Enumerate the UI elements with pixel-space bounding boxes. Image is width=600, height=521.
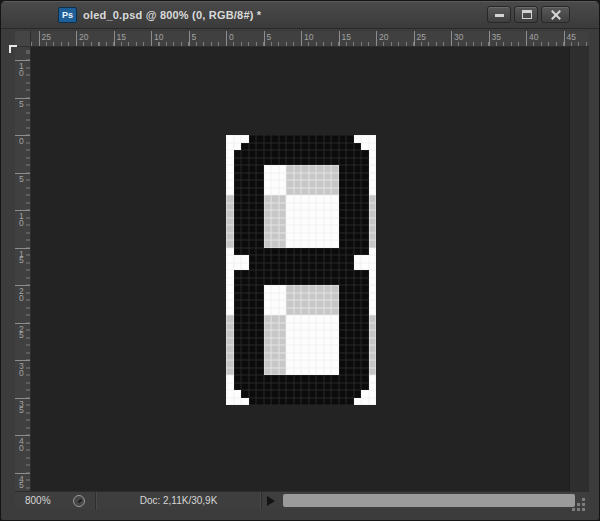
ruler-label: 25 — [42, 32, 51, 42]
pixel-canvas[interactable] — [226, 135, 376, 405]
pixel-cell — [264, 180, 272, 188]
pixel-cell — [256, 315, 264, 323]
pixel-cell — [286, 308, 294, 316]
pixel-cell — [301, 285, 309, 293]
pixel-cell — [301, 195, 309, 203]
pixel-cell — [301, 225, 309, 233]
pixel-cell — [331, 270, 339, 278]
pixel-cell — [331, 398, 339, 406]
minimize-icon — [495, 14, 504, 17]
pixel-cell — [324, 248, 332, 256]
pixel-cell — [339, 315, 347, 323]
maximize-button[interactable] — [514, 6, 538, 23]
pixel-cell — [294, 300, 302, 308]
pixel-cell — [294, 188, 302, 196]
document-size-panel[interactable]: Doc: 2,11K/30,9K — [95, 492, 262, 510]
pixel-cell — [324, 323, 332, 331]
pixel-cell — [256, 210, 264, 218]
pixel-cell — [264, 173, 272, 181]
vertical-ruler[interactable]: 105051015202530354045 — [15, 47, 31, 491]
pixel-cell — [316, 255, 324, 263]
pixel-cell — [369, 308, 377, 316]
pixel-cell — [294, 165, 302, 173]
pixel-cell — [346, 293, 354, 301]
ruler-label: 0 — [229, 32, 234, 42]
pixel-cell — [316, 173, 324, 181]
pixel-cell — [361, 150, 369, 158]
pixel-cell — [354, 315, 362, 323]
zoom-level-field[interactable]: 800% — [25, 492, 51, 510]
pixel-cell — [279, 225, 287, 233]
pixel-cell — [249, 353, 257, 361]
pixel-cell — [249, 360, 257, 368]
pixel-cell — [279, 368, 287, 376]
status-clock-icon[interactable] — [73, 495, 85, 507]
ruler-origin-corner[interactable] — [15, 31, 31, 47]
pixel-cell — [354, 390, 362, 398]
pixel-cell — [249, 188, 257, 196]
pixel-cell — [249, 135, 257, 143]
pixel-cell — [369, 278, 377, 286]
pixel-cell — [369, 293, 377, 301]
pixel-cell — [234, 188, 242, 196]
pixel-cell — [324, 203, 332, 211]
pixel-cell — [241, 293, 249, 301]
pixel-cell — [354, 375, 362, 383]
pixel-cell — [279, 188, 287, 196]
horizontal-ruler[interactable]: 252015105051015202530354045 — [31, 31, 589, 47]
pixel-cell — [264, 315, 272, 323]
window-resize-grip-icon[interactable] — [571, 498, 587, 511]
minimize-button[interactable] — [487, 6, 511, 23]
pixel-cell — [279, 398, 287, 406]
pixel-cell — [249, 255, 257, 263]
pixel-cell — [279, 150, 287, 158]
pixel-cell — [249, 263, 257, 271]
close-button[interactable] — [541, 6, 570, 23]
pixel-cell — [339, 255, 347, 263]
pixel-cell — [331, 165, 339, 173]
pixel-cell — [346, 315, 354, 323]
pixel-cell — [316, 158, 324, 166]
pixel-cell — [234, 308, 242, 316]
pixel-cell — [256, 165, 264, 173]
pixel-cell — [256, 398, 264, 406]
pixel-cell — [294, 330, 302, 338]
pixel-cell — [369, 315, 377, 323]
vertical-scrollbar[interactable] — [569, 47, 589, 491]
pixel-cell — [346, 360, 354, 368]
pixel-cell — [264, 135, 272, 143]
pixel-cell — [339, 188, 347, 196]
pixel-cell — [241, 398, 249, 406]
ruler-label: 15 — [117, 32, 126, 42]
pixel-cell — [226, 323, 234, 331]
pixel-cell — [354, 188, 362, 196]
pixel-cell — [369, 270, 377, 278]
pixel-cell — [339, 293, 347, 301]
status-flyout-arrow-icon[interactable] — [267, 496, 275, 506]
pixel-cell — [286, 278, 294, 286]
pixel-cell — [346, 330, 354, 338]
ruler-tick — [76, 31, 77, 46]
pixel-cell — [256, 150, 264, 158]
pixel-cell — [286, 293, 294, 301]
pixel-cell — [301, 338, 309, 346]
pixel-cell — [286, 158, 294, 166]
pixel-cell — [286, 338, 294, 346]
pixel-cell — [256, 173, 264, 181]
pixel-cell — [354, 143, 362, 151]
horizontal-scrollbar[interactable] — [283, 494, 575, 507]
pixel-cell — [271, 173, 279, 181]
pixel-cell — [339, 143, 347, 151]
pixel-cell — [324, 135, 332, 143]
pixel-cell — [324, 278, 332, 286]
pixel-cell — [324, 188, 332, 196]
pixel-cell — [286, 180, 294, 188]
pixel-cell — [286, 233, 294, 241]
pixel-cell — [361, 188, 369, 196]
pixel-cell — [249, 218, 257, 226]
title-bar[interactable]: Ps oled_0.psd @ 800% (0, RGB/8#) * — [1, 1, 600, 29]
pixel-cell — [346, 308, 354, 316]
pixel-cell — [324, 173, 332, 181]
pixel-cell — [331, 375, 339, 383]
pixel-cell — [346, 180, 354, 188]
